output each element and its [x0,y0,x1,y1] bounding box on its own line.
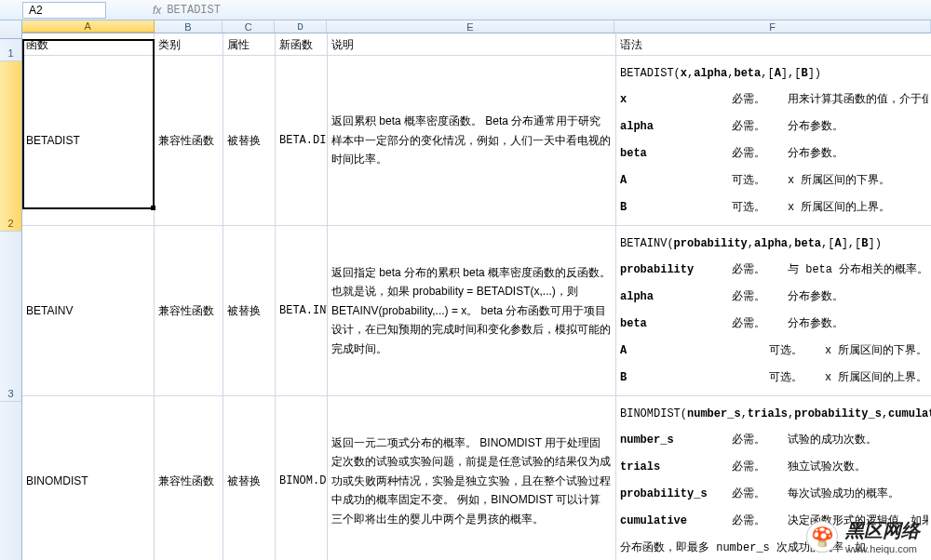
cell[interactable]: BETA.DIST [276,56,328,225]
col-header-A[interactable]: A [22,20,155,33]
cell[interactable]: 被替换 [223,226,276,395]
fx-icon[interactable]: fx [153,4,161,17]
cell[interactable]: BETAINV [22,226,155,395]
cell[interactable]: 说明 [328,33,616,55]
table-row: BETAINV 兼容性函数 被替换 BETA.INV 返回指定 beta 分布的… [22,226,931,396]
col-header-C[interactable]: C [223,20,275,33]
table-row: BETADIST 兼容性函数 被替换 BETA.DIST 返回累积 beta 概… [22,56,931,226]
row-header-1[interactable]: 1 [0,39,21,61]
cell[interactable]: BETA.INV [276,226,328,395]
cell[interactable]: BINOMDIST(number_s,trials,probability_s,… [616,396,931,560]
cell[interactable]: 新函数 [276,33,328,55]
cell[interactable]: BINOMDIST [22,396,155,560]
formula-bar[interactable]: BETADIST [167,4,221,17]
spreadsheet: 1 2 3 4 A B C D E F 函数 类别 属性 新函数 说明 语法 [0,20,931,560]
cell[interactable]: 被替换 [223,396,276,560]
column-headers: A B C D E F [22,20,931,33]
cell[interactable]: 属性 [223,33,276,55]
row-header-4[interactable]: 4 [0,402,21,560]
cell[interactable]: BETADIST(x,alpha,beta,[A],[B]) x必需。用来计算其… [616,56,931,225]
cell[interactable]: 兼容性函数 [155,226,223,395]
col-header-E[interactable]: E [327,20,614,33]
col-header-D[interactable]: D [275,20,327,33]
cell[interactable]: 返回一元二项式分布的概率。 BINOMDIST 用于处理固定次数的试验或实验问题… [328,396,616,560]
table-row: 函数 类别 属性 新函数 说明 语法 [22,33,931,56]
cell[interactable]: BETADIST [22,56,155,225]
col-header-F[interactable]: F [614,20,931,33]
syntax-signature: BETADIST(x,alpha,beta,[A],[B]) [620,60,928,87]
cell[interactable]: 返回指定 beta 分布的累积 beta 概率密度函数的反函数。 也就是说，如果… [328,226,616,395]
name-box[interactable]: A2 [22,2,106,19]
col-header-B[interactable]: B [155,20,223,33]
syntax-signature: BETAINV(probability,alpha,beta,[A],[B]) [620,231,928,258]
cell[interactable]: 兼容性函数 [155,396,223,560]
formula-bar-row: A2 fx BETADIST [0,0,931,20]
cell[interactable]: 语法 [616,33,931,55]
row-header-2[interactable]: 2 [0,61,21,232]
cell[interactable]: BETAINV(probability,alpha,beta,[A],[B]) … [616,226,931,395]
row-header-3[interactable]: 3 [0,232,21,402]
cell[interactable]: 被替换 [223,56,276,225]
cell[interactable]: 函数 [22,33,155,55]
select-all-corner[interactable] [0,20,22,39]
syntax-signature: BINOMDIST(number_s,trials,probability_s,… [620,401,928,428]
cell[interactable]: BINOM.DIST [276,396,328,560]
cell[interactable]: 类别 [155,33,223,55]
cell[interactable]: 兼容性函数 [155,56,223,225]
table-row: BINOMDIST 兼容性函数 被替换 BINOM.DIST 返回一元二项式分布… [22,396,931,560]
cell[interactable]: 返回累积 beta 概率密度函数。 Beta 分布通常用于研究样本中一定部分的变… [328,56,616,225]
